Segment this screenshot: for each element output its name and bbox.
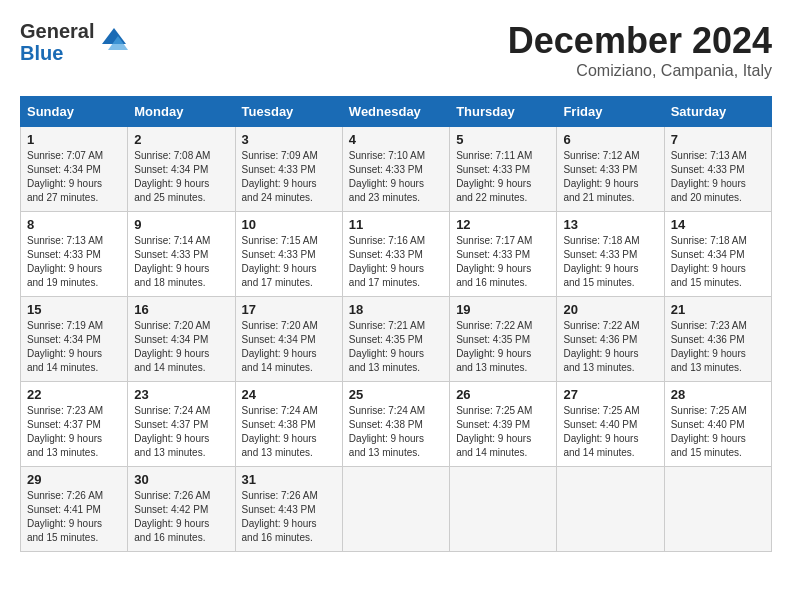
day-number: 31	[242, 472, 336, 487]
day-info: Sunrise: 7:16 AM Sunset: 4:33 PM Dayligh…	[349, 234, 443, 290]
day-info: Sunrise: 7:22 AM Sunset: 4:35 PM Dayligh…	[456, 319, 550, 375]
day-info: Sunrise: 7:20 AM Sunset: 4:34 PM Dayligh…	[134, 319, 228, 375]
day-header-thursday: Thursday	[450, 97, 557, 127]
day-number: 21	[671, 302, 765, 317]
calendar-cell: 21Sunrise: 7:23 AM Sunset: 4:36 PM Dayli…	[664, 297, 771, 382]
page-header: General Blue December 2024 Comiziano, Ca…	[20, 20, 772, 80]
day-number: 14	[671, 217, 765, 232]
calendar-cell: 25Sunrise: 7:24 AM Sunset: 4:38 PM Dayli…	[342, 382, 449, 467]
month-title: December 2024	[508, 20, 772, 62]
logo-general: General	[20, 20, 94, 42]
day-info: Sunrise: 7:25 AM Sunset: 4:40 PM Dayligh…	[563, 404, 657, 460]
day-number: 4	[349, 132, 443, 147]
day-info: Sunrise: 7:15 AM Sunset: 4:33 PM Dayligh…	[242, 234, 336, 290]
day-info: Sunrise: 7:21 AM Sunset: 4:35 PM Dayligh…	[349, 319, 443, 375]
calendar-cell: 16Sunrise: 7:20 AM Sunset: 4:34 PM Dayli…	[128, 297, 235, 382]
calendar-cell	[664, 467, 771, 552]
day-number: 22	[27, 387, 121, 402]
day-number: 15	[27, 302, 121, 317]
week-row-4: 22Sunrise: 7:23 AM Sunset: 4:37 PM Dayli…	[21, 382, 772, 467]
calendar-cell: 31Sunrise: 7:26 AM Sunset: 4:43 PM Dayli…	[235, 467, 342, 552]
calendar-cell	[557, 467, 664, 552]
svg-marker-0	[102, 28, 126, 44]
day-header-saturday: Saturday	[664, 97, 771, 127]
day-number: 23	[134, 387, 228, 402]
day-header-tuesday: Tuesday	[235, 97, 342, 127]
day-number: 5	[456, 132, 550, 147]
day-number: 7	[671, 132, 765, 147]
day-number: 11	[349, 217, 443, 232]
day-info: Sunrise: 7:26 AM Sunset: 4:41 PM Dayligh…	[27, 489, 121, 545]
location: Comiziano, Campania, Italy	[508, 62, 772, 80]
day-info: Sunrise: 7:24 AM Sunset: 4:37 PM Dayligh…	[134, 404, 228, 460]
calendar-cell: 24Sunrise: 7:24 AM Sunset: 4:38 PM Dayli…	[235, 382, 342, 467]
day-header-wednesday: Wednesday	[342, 97, 449, 127]
day-info: Sunrise: 7:11 AM Sunset: 4:33 PM Dayligh…	[456, 149, 550, 205]
calendar-cell: 27Sunrise: 7:25 AM Sunset: 4:40 PM Dayli…	[557, 382, 664, 467]
day-number: 6	[563, 132, 657, 147]
calendar-cell: 4Sunrise: 7:10 AM Sunset: 4:33 PM Daylig…	[342, 127, 449, 212]
day-number: 1	[27, 132, 121, 147]
day-info: Sunrise: 7:13 AM Sunset: 4:33 PM Dayligh…	[671, 149, 765, 205]
day-info: Sunrise: 7:25 AM Sunset: 4:39 PM Dayligh…	[456, 404, 550, 460]
day-number: 17	[242, 302, 336, 317]
day-info: Sunrise: 7:24 AM Sunset: 4:38 PM Dayligh…	[242, 404, 336, 460]
day-info: Sunrise: 7:09 AM Sunset: 4:33 PM Dayligh…	[242, 149, 336, 205]
calendar-table: SundayMondayTuesdayWednesdayThursdayFrid…	[20, 96, 772, 552]
calendar-cell: 18Sunrise: 7:21 AM Sunset: 4:35 PM Dayli…	[342, 297, 449, 382]
calendar-cell: 9Sunrise: 7:14 AM Sunset: 4:33 PM Daylig…	[128, 212, 235, 297]
logo-blue: Blue	[20, 42, 94, 64]
day-number: 20	[563, 302, 657, 317]
day-info: Sunrise: 7:26 AM Sunset: 4:42 PM Dayligh…	[134, 489, 228, 545]
day-number: 16	[134, 302, 228, 317]
day-info: Sunrise: 7:26 AM Sunset: 4:43 PM Dayligh…	[242, 489, 336, 545]
day-info: Sunrise: 7:22 AM Sunset: 4:36 PM Dayligh…	[563, 319, 657, 375]
calendar-cell: 22Sunrise: 7:23 AM Sunset: 4:37 PM Dayli…	[21, 382, 128, 467]
calendar-cell: 8Sunrise: 7:13 AM Sunset: 4:33 PM Daylig…	[21, 212, 128, 297]
day-info: Sunrise: 7:19 AM Sunset: 4:34 PM Dayligh…	[27, 319, 121, 375]
calendar-cell: 28Sunrise: 7:25 AM Sunset: 4:40 PM Dayli…	[664, 382, 771, 467]
calendar-cell: 20Sunrise: 7:22 AM Sunset: 4:36 PM Dayli…	[557, 297, 664, 382]
day-number: 30	[134, 472, 228, 487]
day-info: Sunrise: 7:23 AM Sunset: 4:36 PM Dayligh…	[671, 319, 765, 375]
logo: General Blue	[20, 20, 130, 64]
day-header-friday: Friday	[557, 97, 664, 127]
calendar-cell: 3Sunrise: 7:09 AM Sunset: 4:33 PM Daylig…	[235, 127, 342, 212]
calendar-cell: 30Sunrise: 7:26 AM Sunset: 4:42 PM Dayli…	[128, 467, 235, 552]
calendar-cell: 10Sunrise: 7:15 AM Sunset: 4:33 PM Dayli…	[235, 212, 342, 297]
calendar-cell: 14Sunrise: 7:18 AM Sunset: 4:34 PM Dayli…	[664, 212, 771, 297]
day-info: Sunrise: 7:24 AM Sunset: 4:38 PM Dayligh…	[349, 404, 443, 460]
calendar-cell: 29Sunrise: 7:26 AM Sunset: 4:41 PM Dayli…	[21, 467, 128, 552]
calendar-cell: 15Sunrise: 7:19 AM Sunset: 4:34 PM Dayli…	[21, 297, 128, 382]
day-number: 2	[134, 132, 228, 147]
calendar-cell: 23Sunrise: 7:24 AM Sunset: 4:37 PM Dayli…	[128, 382, 235, 467]
day-info: Sunrise: 7:14 AM Sunset: 4:33 PM Dayligh…	[134, 234, 228, 290]
day-number: 8	[27, 217, 121, 232]
logo-icon	[98, 24, 130, 60]
day-info: Sunrise: 7:18 AM Sunset: 4:34 PM Dayligh…	[671, 234, 765, 290]
day-info: Sunrise: 7:23 AM Sunset: 4:37 PM Dayligh…	[27, 404, 121, 460]
calendar-cell	[342, 467, 449, 552]
day-info: Sunrise: 7:20 AM Sunset: 4:34 PM Dayligh…	[242, 319, 336, 375]
day-header-row: SundayMondayTuesdayWednesdayThursdayFrid…	[21, 97, 772, 127]
week-row-5: 29Sunrise: 7:26 AM Sunset: 4:41 PM Dayli…	[21, 467, 772, 552]
day-header-monday: Monday	[128, 97, 235, 127]
day-number: 19	[456, 302, 550, 317]
day-number: 18	[349, 302, 443, 317]
calendar-cell: 26Sunrise: 7:25 AM Sunset: 4:39 PM Dayli…	[450, 382, 557, 467]
day-header-sunday: Sunday	[21, 97, 128, 127]
day-number: 28	[671, 387, 765, 402]
calendar-cell: 6Sunrise: 7:12 AM Sunset: 4:33 PM Daylig…	[557, 127, 664, 212]
week-row-3: 15Sunrise: 7:19 AM Sunset: 4:34 PM Dayli…	[21, 297, 772, 382]
calendar-cell: 19Sunrise: 7:22 AM Sunset: 4:35 PM Dayli…	[450, 297, 557, 382]
day-number: 25	[349, 387, 443, 402]
day-number: 9	[134, 217, 228, 232]
calendar-cell: 2Sunrise: 7:08 AM Sunset: 4:34 PM Daylig…	[128, 127, 235, 212]
calendar-cell: 1Sunrise: 7:07 AM Sunset: 4:34 PM Daylig…	[21, 127, 128, 212]
day-info: Sunrise: 7:25 AM Sunset: 4:40 PM Dayligh…	[671, 404, 765, 460]
calendar-cell: 13Sunrise: 7:18 AM Sunset: 4:33 PM Dayli…	[557, 212, 664, 297]
day-number: 24	[242, 387, 336, 402]
calendar-cell: 17Sunrise: 7:20 AM Sunset: 4:34 PM Dayli…	[235, 297, 342, 382]
day-number: 27	[563, 387, 657, 402]
day-number: 29	[27, 472, 121, 487]
